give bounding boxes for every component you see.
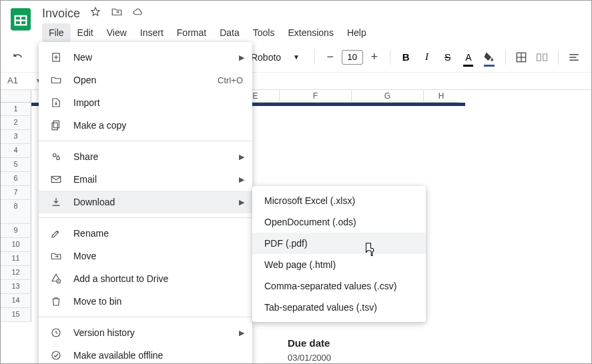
menu-label: Open xyxy=(73,75,96,85)
sheets-logo[interactable] xyxy=(7,6,34,33)
row-header[interactable]: 11 xyxy=(1,252,31,266)
menu-edit[interactable]: Edit xyxy=(71,23,100,42)
menu-view[interactable]: View xyxy=(100,23,133,42)
row-header[interactable]: 10 xyxy=(1,238,31,252)
menu-label: Download xyxy=(73,197,115,207)
star-icon[interactable] xyxy=(89,6,101,21)
svg-rect-16 xyxy=(52,123,57,130)
font-size-plus[interactable]: + xyxy=(367,50,382,65)
menu-label: Make available offline xyxy=(73,350,163,361)
file-email[interactable]: Email ▶ xyxy=(39,168,252,191)
strikethrough-icon[interactable]: S xyxy=(440,48,455,67)
italic-icon[interactable]: I xyxy=(419,48,434,67)
copy-icon xyxy=(49,119,63,132)
row-header[interactable]: 2 xyxy=(1,116,31,130)
menu-data[interactable]: Data xyxy=(213,23,246,42)
submenu-arrow-icon: ▶ xyxy=(239,153,244,161)
file-move-bin[interactable]: Move to bin xyxy=(39,290,252,313)
menu-label: Version history xyxy=(73,327,135,338)
menu-tools[interactable]: Tools xyxy=(246,23,282,42)
document-title[interactable]: Invoice xyxy=(42,7,80,21)
menu-label: Email xyxy=(73,174,97,185)
row-header[interactable]: 7 xyxy=(1,186,31,200)
file-add-shortcut[interactable]: Add a shortcut to Drive xyxy=(39,267,252,290)
menu-format[interactable]: Format xyxy=(170,23,213,42)
row-header[interactable]: 12 xyxy=(1,266,31,280)
column-header[interactable]: F xyxy=(280,90,352,103)
menu-help[interactable]: Help xyxy=(340,23,373,42)
download-ods[interactable]: OpenDocument (.ods) xyxy=(252,211,426,233)
due-date-label: Due date xyxy=(288,337,331,349)
title-bar: Invoice File Edit View Insert Format Dat… xyxy=(1,1,591,42)
row-header[interactable]: 6 xyxy=(1,172,31,186)
font-size-minus[interactable]: − xyxy=(323,50,338,65)
menu-label: Move xyxy=(73,251,96,261)
menu-extensions[interactable]: Extensions xyxy=(281,23,340,42)
fill-color-icon[interactable] xyxy=(481,48,497,67)
menu-label: Import xyxy=(73,97,100,108)
name-box[interactable]: A1 xyxy=(7,75,26,85)
share-icon xyxy=(49,150,63,163)
file-download[interactable]: Download ▶ xyxy=(39,191,252,213)
history-icon xyxy=(49,326,63,339)
svg-point-18 xyxy=(57,157,60,160)
download-icon xyxy=(49,195,63,209)
row-header[interactable]: 15 xyxy=(1,308,31,322)
borders-icon[interactable] xyxy=(514,48,529,67)
row-header[interactable]: 3 xyxy=(1,130,31,144)
menu-bar: File Edit View Insert Format Data Tools … xyxy=(42,23,373,42)
row-header[interactable]: 13 xyxy=(1,280,31,294)
download-xlsx[interactable]: Microsoft Excel (.xlsx) xyxy=(252,190,426,211)
undo-icon[interactable] xyxy=(10,48,25,67)
file-share[interactable]: Share ▶ xyxy=(39,145,252,168)
import-icon xyxy=(49,96,63,109)
svg-rect-7 xyxy=(537,54,541,61)
align-icon[interactable] xyxy=(567,48,582,67)
file-version-history[interactable]: Version history ▶ xyxy=(39,321,252,344)
row-header[interactable]: 9 xyxy=(1,224,31,238)
cloud-status-icon[interactable] xyxy=(132,6,144,21)
column-header[interactable]: G xyxy=(352,90,424,103)
cell-content: Due date 03/01/2000 xyxy=(288,337,331,363)
file-make-copy[interactable]: Make a copy xyxy=(39,114,252,137)
download-tsv[interactable]: Tab-separated values (.tsv) xyxy=(252,297,426,318)
bold-icon[interactable]: B xyxy=(398,48,414,67)
file-new[interactable]: New ▶ xyxy=(39,46,252,69)
file-menu: New ▶ Open Ctrl+O Import Make a copy Sha… xyxy=(39,42,252,364)
submenu-arrow-icon: ▶ xyxy=(239,198,244,207)
menu-insert[interactable]: Insert xyxy=(133,23,170,42)
file-open[interactable]: Open Ctrl+O xyxy=(39,69,252,91)
menu-label: Move to bin xyxy=(73,296,121,307)
font-size-input[interactable] xyxy=(342,50,363,65)
menu-label: Rename xyxy=(73,228,109,239)
download-csv[interactable]: Comma-separated values (.csv) xyxy=(252,275,426,297)
download-pdf[interactable]: PDF (.pdf) xyxy=(252,233,426,254)
row-header[interactable]: 14 xyxy=(1,294,31,308)
text-color-icon[interactable]: A xyxy=(461,48,476,67)
row-header[interactable]: 5 xyxy=(1,158,31,172)
menu-file[interactable]: File xyxy=(42,23,71,42)
file-rename[interactable]: Rename xyxy=(39,222,252,245)
row-header[interactable]: 8 xyxy=(1,200,31,224)
svg-rect-21 xyxy=(51,177,61,183)
offline-icon xyxy=(49,349,63,362)
menu-label: Make a copy xyxy=(73,120,126,131)
folder-icon xyxy=(49,73,63,87)
trash-icon xyxy=(49,295,63,308)
download-html[interactable]: Web page (.html) xyxy=(252,254,426,275)
submenu-arrow-icon: ▶ xyxy=(239,329,244,337)
move-folder-icon[interactable] xyxy=(111,6,123,21)
drive-shortcut-icon xyxy=(49,272,63,285)
rename-icon xyxy=(49,227,63,240)
font-selector[interactable]: Roboto ▼ xyxy=(244,49,306,65)
merge-cells-icon[interactable] xyxy=(535,48,550,67)
row-header[interactable]: 1 xyxy=(1,103,31,116)
svg-rect-15 xyxy=(53,121,59,128)
file-offline[interactable]: Make available offline xyxy=(39,344,252,364)
file-move[interactable]: Move xyxy=(39,245,252,267)
row-header[interactable]: 4 xyxy=(1,144,31,158)
column-header[interactable]: H xyxy=(424,90,459,103)
svg-point-26 xyxy=(52,351,60,359)
move-icon xyxy=(49,249,63,263)
file-import[interactable]: Import xyxy=(39,91,252,114)
